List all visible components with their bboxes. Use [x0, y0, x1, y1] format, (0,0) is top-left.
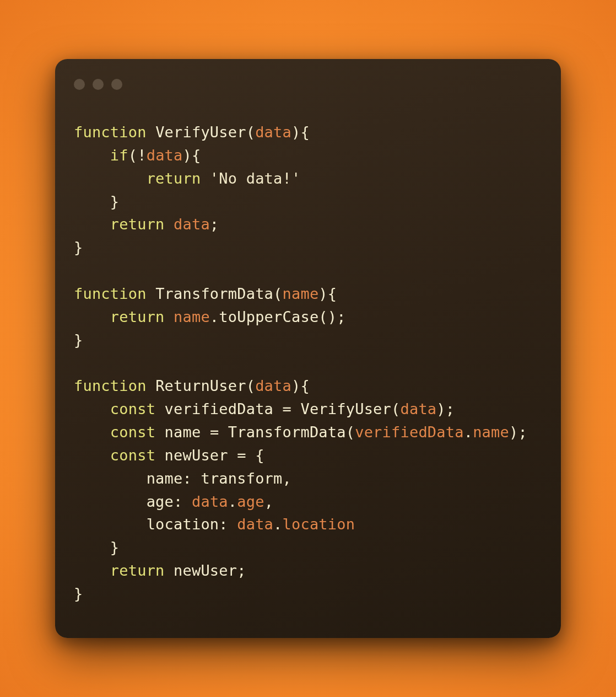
code-token: name	[473, 423, 509, 441]
code-token: .	[464, 423, 473, 441]
code-token: )	[509, 423, 518, 441]
code-token: .	[210, 308, 219, 325]
code-token: {	[300, 377, 309, 394]
code-token: .	[273, 516, 282, 533]
code-token: )	[436, 400, 445, 417]
code-window: function VerifyUser(data){ if(!data){ re…	[55, 59, 561, 638]
code-token	[192, 470, 201, 487]
code-token: )	[291, 377, 300, 394]
code-token: {	[192, 147, 201, 164]
code-token: :	[174, 493, 182, 510]
code-token: ,	[264, 493, 273, 510]
code-token: (	[346, 423, 355, 441]
code-token: (	[391, 400, 400, 417]
code-token: :	[219, 516, 228, 533]
code-token	[74, 470, 147, 487]
code-token: }	[74, 585, 83, 602]
code-token: function	[74, 124, 147, 141]
code-token	[74, 539, 110, 556]
code-token	[74, 423, 110, 441]
code-block: function VerifyUser(data){ if(!data){ re…	[74, 121, 542, 605]
code-token	[291, 400, 300, 417]
code-token: return	[147, 170, 201, 187]
code-token: data	[237, 516, 273, 533]
code-token: ;	[337, 308, 345, 325]
code-token: TransformData	[155, 285, 273, 302]
code-token: }	[110, 539, 119, 556]
code-token: age	[147, 493, 174, 510]
code-token: data	[255, 377, 291, 394]
code-token: (	[246, 377, 255, 394]
code-token: return	[110, 216, 165, 233]
code-token: function	[74, 377, 147, 394]
code-token: newUser	[174, 562, 237, 579]
code-token: 'No data!'	[210, 170, 301, 187]
code-token: VerifyUser	[300, 400, 391, 417]
code-token: verifiedData	[355, 423, 463, 441]
code-token: toUpperCase	[219, 308, 318, 325]
code-token	[201, 170, 209, 187]
code-token	[155, 400, 164, 417]
code-token	[228, 447, 237, 464]
code-token: name	[165, 423, 201, 441]
code-token: name	[147, 470, 183, 487]
code-token: ,	[283, 470, 291, 487]
window-control-minimize[interactable]	[93, 79, 104, 90]
code-token	[183, 493, 192, 510]
code-token	[165, 562, 174, 579]
code-token: data	[192, 493, 228, 510]
code-token: {	[328, 285, 337, 302]
code-token: VerifyUser	[155, 124, 246, 141]
code-token	[228, 516, 237, 533]
code-token	[155, 447, 164, 464]
code-token: ;	[210, 216, 219, 233]
window-control-zoom[interactable]	[111, 79, 122, 90]
code-token: }	[74, 331, 83, 349]
code-token: data	[255, 124, 291, 141]
code-token	[74, 400, 110, 417]
code-token: TransformData	[228, 423, 346, 441]
code-token	[74, 447, 110, 464]
code-token: .	[228, 493, 237, 510]
code-token: function	[74, 285, 147, 302]
code-token: (	[246, 124, 255, 141]
code-token	[246, 447, 255, 464]
code-token: name	[174, 308, 210, 325]
code-token: ;	[446, 400, 455, 417]
code-token: =	[237, 447, 246, 464]
code-token: =	[283, 400, 291, 417]
code-token	[155, 423, 164, 441]
code-token	[201, 423, 209, 441]
code-token: const	[110, 423, 155, 441]
code-token: location	[283, 516, 355, 533]
code-token: ;	[518, 423, 527, 441]
code-token: data	[147, 147, 183, 164]
code-token: verifiedData	[165, 400, 273, 417]
code-token	[74, 193, 110, 210]
code-token: data	[174, 216, 210, 233]
code-token: )	[291, 124, 300, 141]
code-token	[74, 216, 110, 233]
code-token: {	[300, 124, 309, 141]
code-token: return	[110, 562, 165, 579]
code-token	[147, 124, 155, 141]
code-token: !	[137, 147, 146, 164]
code-token: ;	[237, 562, 246, 579]
code-token	[165, 308, 174, 325]
code-token	[273, 400, 282, 417]
code-token: location	[147, 516, 219, 533]
code-token: (	[318, 308, 327, 325]
code-token: age	[237, 493, 264, 510]
code-token: )	[183, 147, 192, 164]
code-token: name	[283, 285, 319, 302]
code-token: )	[318, 285, 327, 302]
code-token: (	[273, 285, 282, 302]
code-token: }	[110, 193, 119, 210]
window-titlebar	[74, 79, 542, 90]
code-token	[147, 377, 155, 394]
code-token	[74, 308, 110, 325]
code-token	[74, 493, 147, 510]
window-control-close[interactable]	[74, 79, 85, 90]
code-token	[147, 285, 155, 302]
code-token: )	[328, 308, 337, 325]
